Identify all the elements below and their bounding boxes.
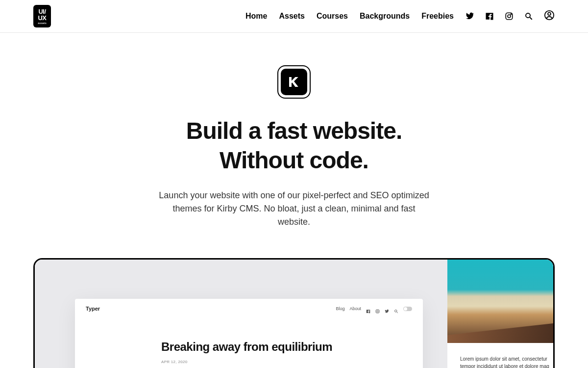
hero-badge <box>277 65 311 99</box>
mock-nav: Blog About <box>336 306 412 311</box>
svg-point-3 <box>526 13 530 18</box>
mock-instagram-icon <box>375 307 380 311</box>
svg-point-9 <box>395 310 397 312</box>
main-nav: Home Assets Courses Backgrounds Freebies <box>245 12 454 21</box>
hero-title-line2: Without code. <box>220 147 368 173</box>
svg-point-8 <box>377 311 378 312</box>
nav-backgrounds[interactable]: Backgrounds <box>360 12 410 21</box>
side-text-block: Lorem ipsum dolor sit amet, consectetur … <box>447 343 553 368</box>
svg-point-2 <box>511 14 512 15</box>
nav-home[interactable]: Home <box>245 12 267 21</box>
hero-title: Build a fast website. Without code. <box>0 116 588 175</box>
mock-nav-about: About <box>349 306 361 311</box>
instagram-icon[interactable] <box>505 12 514 21</box>
theme-mock-window: Typer Blog About Breaking away from equi… <box>75 299 423 368</box>
header-icons <box>466 10 555 23</box>
mock-nav-blog: Blog <box>336 306 344 311</box>
site-header: UI/ UX assets Home Assets Courses Backgr… <box>0 0 588 33</box>
nav-freebies[interactable]: Freebies <box>421 12 454 21</box>
account-icon[interactable] <box>544 10 555 23</box>
hero-section: Build a fast website. Without code. Laun… <box>0 33 588 229</box>
side-hero-image <box>447 260 553 343</box>
svg-rect-7 <box>376 310 379 313</box>
mock-topbar: Typer Blog About <box>75 299 423 318</box>
svg-point-6 <box>548 12 551 15</box>
nav-courses[interactable]: Courses <box>317 12 348 21</box>
mock-heading: Breaking away from equilibrium <box>161 340 337 354</box>
mock-date: APR 12, 2020 <box>161 360 337 364</box>
showcase-preview: Typer Blog About Breaking away from equi… <box>33 258 555 368</box>
search-icon[interactable] <box>524 12 533 21</box>
svg-line-10 <box>397 312 398 313</box>
svg-line-4 <box>530 17 532 20</box>
nav-assets[interactable]: Assets <box>279 12 304 21</box>
side-paragraph: Lorem ipsum dolor sit amet, consectetur … <box>460 356 553 368</box>
logo-text-bottom: assets <box>38 22 46 25</box>
svg-point-1 <box>508 15 511 18</box>
logo-text-top: UI/ <box>38 8 46 15</box>
showcase-left: Typer Blog About Breaking away from equi… <box>35 260 447 368</box>
header-right: Home Assets Courses Backgrounds Freebies <box>245 10 555 23</box>
hero-badge-inner <box>281 69 307 95</box>
site-logo[interactable]: UI/ UX assets <box>33 5 51 27</box>
mock-body: Breaking away from equilibrium APR 12, 2… <box>75 318 423 368</box>
mock-theme-toggle <box>403 307 412 311</box>
hero-subtitle: Launch your website with one of our pixe… <box>157 189 431 229</box>
mock-brand: Typer <box>86 306 100 312</box>
logo-text-mid: UX <box>38 15 46 21</box>
hero-title-line1: Build a fast website. <box>186 118 402 144</box>
showcase-right: Lorem ipsum dolor sit amet, consectetur … <box>447 260 553 368</box>
facebook-icon[interactable] <box>485 12 494 21</box>
mock-search-icon <box>394 307 398 311</box>
mock-twitter-icon <box>385 307 389 311</box>
mock-facebook-icon <box>366 307 370 311</box>
twitter-icon[interactable] <box>466 12 474 21</box>
